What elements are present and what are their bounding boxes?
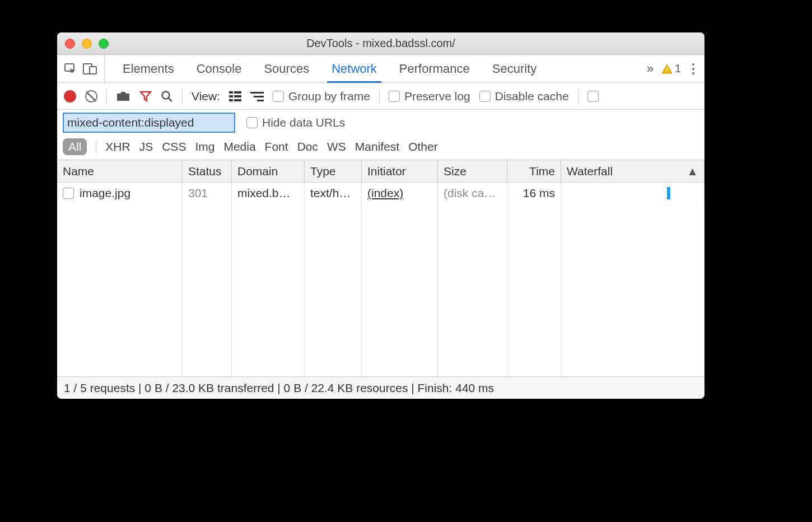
filter-ws[interactable]: WS [327, 140, 346, 153]
svg-rect-9 [229, 95, 233, 97]
file-type-icon [63, 188, 74, 199]
col-header-name[interactable]: Name [57, 160, 183, 182]
tab-performance[interactable]: Performance [388, 55, 481, 82]
cell-type: text/h… [305, 183, 362, 204]
status-text: 1 / 5 requests | 0 B / 23.0 KB transferr… [64, 381, 494, 395]
group-by-frame-label: Group by frame [288, 90, 370, 103]
hide-data-urls-label: Hide data URLs [262, 116, 345, 129]
col-header-size[interactable]: Size [438, 160, 507, 182]
warnings-count: 1 [675, 62, 681, 75]
disable-cache-label: Disable cache [495, 90, 569, 103]
group-by-frame-checkbox[interactable] [273, 91, 284, 102]
col-header-time[interactable]: Time [507, 160, 561, 182]
filter-all[interactable]: All [63, 138, 87, 155]
cell-status: 301 [183, 183, 232, 204]
zoom-window-button[interactable] [99, 39, 109, 49]
cell-domain: mixed.b… [232, 183, 305, 204]
filter-js[interactable]: JS [139, 140, 153, 153]
filter-doc[interactable]: Doc [297, 140, 318, 153]
svg-rect-8 [234, 91, 241, 94]
filter-css[interactable]: CSS [162, 140, 186, 153]
filter-other[interactable]: Other [408, 140, 438, 153]
large-rows-icon[interactable] [229, 91, 241, 102]
tab-sources[interactable]: Sources [253, 55, 320, 82]
svg-point-5 [162, 91, 170, 99]
svg-rect-10 [234, 95, 241, 97]
cell-initiator[interactable]: (index) [362, 183, 438, 204]
col-header-initiator[interactable]: Initiator [362, 160, 438, 182]
window-title: DevTools - mixed.badssl.com/ [306, 37, 455, 50]
tab-security[interactable]: Security [481, 55, 548, 82]
cell-waterfall [561, 183, 704, 204]
resource-type-filter-row: All XHR JS CSS Img Media Font Doc WS Man… [57, 136, 704, 160]
filter-media[interactable]: Media [223, 140, 255, 153]
svg-rect-13 [250, 92, 264, 94]
hide-data-urls-checkbox[interactable] [246, 117, 258, 128]
cell-name[interactable]: image.jpg [57, 183, 183, 204]
record-button[interactable] [64, 90, 76, 102]
disable-cache-checkbox[interactable] [479, 91, 491, 102]
offline-option-partial[interactable] [587, 91, 599, 102]
preserve-log-label: Preserve log [404, 90, 470, 103]
svg-rect-2 [90, 67, 96, 74]
col-header-status[interactable]: Status [183, 160, 232, 182]
settings-menu-button[interactable] [689, 63, 698, 74]
clear-button[interactable] [85, 90, 97, 102]
table-body: image.jpg 301 mixed.b… text/h… (index) (… [57, 183, 704, 376]
col-header-type[interactable]: Type [305, 160, 362, 182]
group-by-frame-option[interactable]: Group by frame [273, 90, 370, 103]
minimize-window-button[interactable] [82, 39, 92, 49]
panel-tabs: Elements Console Sources Network Perform… [111, 55, 548, 82]
sort-ascending-icon: ▲ [687, 165, 698, 178]
preserve-log-checkbox[interactable] [389, 91, 400, 102]
offline-checkbox[interactable] [587, 91, 599, 102]
warnings-badge[interactable]: 1 [661, 62, 681, 75]
filter-icon[interactable] [139, 90, 152, 102]
cell-time: 16 ms [507, 183, 561, 204]
network-requests-table: Name Status Domain Type Initiator Size T… [57, 160, 704, 376]
filter-manifest[interactable]: Manifest [355, 140, 399, 153]
hide-data-urls-option[interactable]: Hide data URLs [246, 116, 345, 129]
svg-line-6 [169, 98, 172, 101]
close-window-button[interactable] [65, 39, 75, 49]
filter-row: Hide data URLs [57, 110, 704, 136]
disable-cache-option[interactable]: Disable cache [479, 90, 569, 103]
waterfall-bar [667, 187, 670, 199]
search-icon[interactable] [161, 90, 173, 102]
network-toolbar: View: Group by frame Preserve log Disabl… [57, 83, 704, 110]
filter-img[interactable]: Img [195, 140, 214, 153]
svg-rect-3 [666, 67, 668, 70]
titlebar: DevTools - mixed.badssl.com/ [57, 32, 704, 55]
table-row[interactable]: image.jpg 301 mixed.b… text/h… (index) (… [57, 183, 704, 204]
devtools-window: DevTools - mixed.badssl.com/ Elements Co… [57, 32, 704, 399]
tab-network[interactable]: Network [320, 55, 388, 82]
svg-rect-11 [229, 99, 233, 101]
col-header-waterfall[interactable]: Waterfall ▲ [561, 160, 704, 182]
svg-rect-14 [254, 96, 264, 97]
more-tabs-button[interactable]: » [647, 62, 654, 76]
col-header-domain[interactable]: Domain [232, 160, 305, 182]
filter-font[interactable]: Font [265, 140, 288, 153]
cell-size: (disk ca… [438, 183, 507, 204]
overview-icon[interactable] [250, 91, 264, 102]
svg-rect-4 [666, 71, 668, 72]
capture-screenshots-icon[interactable] [116, 91, 130, 102]
svg-rect-15 [257, 100, 264, 101]
svg-rect-7 [229, 91, 233, 94]
svg-rect-12 [234, 99, 241, 101]
tab-elements[interactable]: Elements [111, 55, 185, 82]
traffic-lights [65, 39, 109, 49]
inspect-element-icon[interactable] [64, 62, 77, 76]
view-label: View: [192, 90, 220, 103]
tab-console[interactable]: Console [185, 55, 253, 82]
network-status-bar: 1 / 5 requests | 0 B / 23.0 KB transferr… [57, 376, 704, 399]
table-header: Name Status Domain Type Initiator Size T… [57, 160, 704, 183]
panel-tabs-row: Elements Console Sources Network Perform… [57, 55, 704, 83]
preserve-log-option[interactable]: Preserve log [389, 90, 470, 103]
toggle-device-toolbar-icon[interactable] [83, 62, 97, 76]
filter-xhr[interactable]: XHR [105, 140, 130, 153]
filter-input[interactable] [63, 113, 235, 133]
